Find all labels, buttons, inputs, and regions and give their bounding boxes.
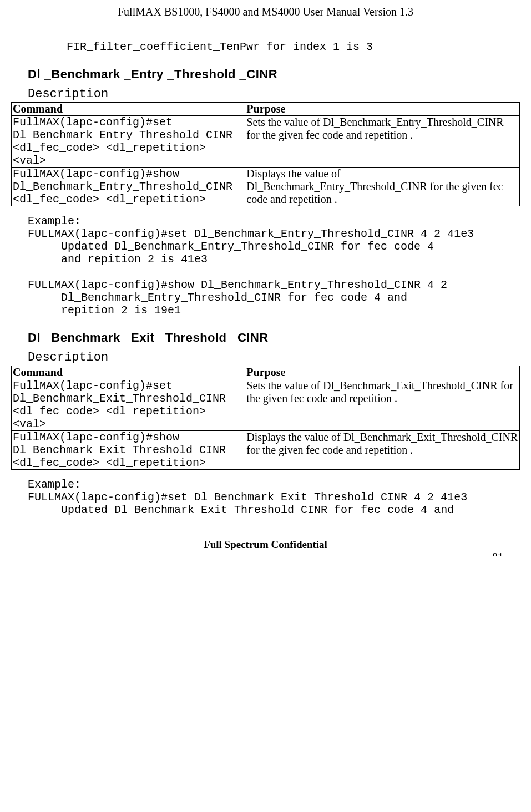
intro-code-line: FIR_filter_coefficient_TenPwr for index … xyxy=(67,40,520,53)
col-command: Command xyxy=(12,366,245,379)
example-text: Example: FULLMAX(lapc-config)#set Dl_Ben… xyxy=(28,215,520,317)
page-number: 81 xyxy=(492,551,503,556)
example-text: Example: FULLMAX(lapc-config)#set Dl_Ben… xyxy=(28,478,520,516)
section1-example: Example: FULLMAX(lapc-config)#set Dl_Ben… xyxy=(28,215,520,317)
section2-description-label: Description xyxy=(28,351,520,364)
table-row: FullMAX(lapc-config)#set Dl_Benchmark_Ex… xyxy=(12,379,520,431)
table-row: FullMAX(lapc-config)#set Dl_Benchmark_En… xyxy=(12,116,520,168)
section2-example: Example: FULLMAX(lapc-config)#set Dl_Ben… xyxy=(28,478,520,516)
section2-table: Command Purpose FullMAX(lapc-config)#set… xyxy=(11,366,520,470)
table-header-row: Command Purpose xyxy=(12,366,520,379)
table-row: FullMAX(lapc-config)#show Dl_Benchmark_E… xyxy=(12,168,520,206)
document-header: FullMAX BS1000, FS4000 and MS4000 User M… xyxy=(11,6,520,18)
table-header-row: Command Purpose xyxy=(12,103,520,116)
col-purpose: Purpose xyxy=(245,366,520,379)
col-command: Command xyxy=(12,103,245,116)
section2-heading: Dl _Benchmark _Exit _Threshold _CINR xyxy=(28,331,520,345)
cell-command: FullMAX(lapc-config)#set Dl_Benchmark_Ex… xyxy=(12,379,245,431)
section1-description-label: Description xyxy=(28,87,520,101)
footer: Full Spectrum Confidential 81 xyxy=(11,539,520,551)
cell-purpose: Displays the value of Dl_Benchmark_Entry… xyxy=(245,168,520,206)
cell-purpose: Sets the value of Dl_Benchmark_Entry_Thr… xyxy=(245,116,520,168)
cell-purpose: Sets the value of Dl_Benchmark_Exit_Thre… xyxy=(245,379,520,431)
section1-heading: Dl _Benchmark _Entry _Threshold _CINR xyxy=(28,67,520,82)
col-purpose: Purpose xyxy=(245,103,520,116)
cell-command: FullMAX(lapc-config)#set Dl_Benchmark_En… xyxy=(12,116,245,168)
section1-table: Command Purpose FullMAX(lapc-config)#set… xyxy=(11,102,520,206)
table-row: FullMAX(lapc-config)#show Dl_Benchmark_E… xyxy=(12,431,520,470)
cell-command: FullMAX(lapc-config)#show Dl_Benchmark_E… xyxy=(12,431,245,470)
cell-purpose: Displays the value of Dl_Benchmark_Exit_… xyxy=(245,431,520,470)
cell-command: FullMAX(lapc-config)#show Dl_Benchmark_E… xyxy=(12,168,245,206)
footer-text: Full Spectrum Confidential xyxy=(11,539,520,551)
